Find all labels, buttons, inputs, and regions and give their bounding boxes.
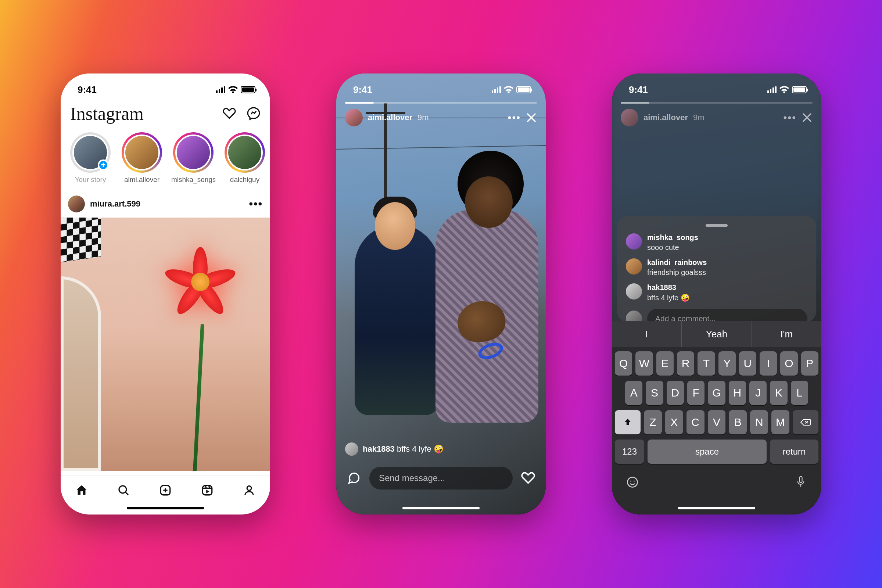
shift-key[interactable] [615,410,640,434]
comment-username[interactable]: kalindi_rainbows [647,258,707,267]
nav-profile-icon[interactable] [242,483,256,497]
key-g[interactable]: G [708,381,725,405]
key-i[interactable]: I [760,351,777,376]
story-more-icon[interactable]: ••• [508,112,521,123]
comments-sheet: mishka_songssooo cutekalindi_rainbowsfri… [617,216,816,322]
post-author-avatar[interactable] [68,195,85,212]
story-progress-bar [345,102,537,104]
status-time: 9:41 [629,84,648,96]
instagram-logo[interactable]: Instagram [70,103,144,124]
story-timestamp: 9m [693,113,705,122]
comment-avatar [626,258,642,274]
emoji-key-icon[interactable] [625,475,640,489]
backspace-key[interactable] [793,410,818,434]
nav-reels-icon[interactable] [200,483,214,497]
key-j[interactable]: J [749,381,766,405]
key-h[interactable]: H [729,381,746,405]
svg-line-7 [206,486,206,488]
story-item[interactable]: mishka_songs [171,132,216,184]
key-s[interactable]: S [646,381,663,405]
svg-line-1 [126,492,128,495]
nav-search-icon[interactable] [117,483,130,497]
key-x[interactable]: X [665,410,683,434]
numbers-key[interactable]: 123 [615,440,644,464]
comment-row[interactable]: hak1883bffs 4 lyfe 🤪 [626,284,807,302]
like-icon[interactable] [519,469,538,488]
story-author-avatar[interactable] [345,109,363,126]
key-e[interactable]: E [656,351,674,376]
comment-avatar [626,284,642,300]
key-n[interactable]: N [750,410,768,434]
key-t[interactable]: T [698,351,715,376]
add-story-icon[interactable]: + [98,159,109,171]
key-b[interactable]: B [729,410,747,434]
message-input[interactable]: Send message... [369,467,513,489]
status-time: 9:41 [78,84,97,96]
comment-username[interactable]: hak1883 [647,284,690,292]
svg-rect-19 [800,476,802,483]
story-author-username[interactable]: aimi.allover [368,113,412,122]
key-z[interactable]: Z [644,410,662,434]
post-image[interactable] [61,218,270,471]
activity-icon[interactable] [222,106,236,120]
stories-tray[interactable]: +Your storyaimi.allovermishka_songsdaich… [61,132,270,184]
post-more-icon[interactable]: ••• [249,198,263,210]
comment-text: friendship goalsss [647,268,707,277]
key-d[interactable]: D [667,381,684,405]
close-icon[interactable] [801,112,813,123]
wifi-icon [780,86,789,93]
post-header: miura.art.599 ••• [61,192,270,216]
return-key[interactable]: return [770,440,818,464]
story-label: mishka_songs [171,176,215,184]
story-author-avatar[interactable] [621,109,638,126]
comment-avatar [345,442,358,456]
battery-icon [792,86,807,93]
nav-create-icon[interactable] [158,483,172,497]
phone-comments-keyboard: 9:41 aimi.allover 9m ••• mishka_songssoo… [612,74,821,514]
key-l[interactable]: L [791,381,808,405]
key-r[interactable]: R [677,351,694,376]
key-q[interactable]: Q [615,351,632,376]
key-p[interactable]: P [801,351,818,376]
key-c[interactable]: C [687,410,705,434]
story-item[interactable]: +Your story [68,132,113,184]
prediction-item[interactable]: I'm [752,321,821,347]
key-o[interactable]: O [780,351,798,376]
key-m[interactable]: M [771,410,789,434]
wifi-icon [504,86,513,93]
comment-row[interactable]: mishka_songssooo cute [626,233,807,252]
prediction-item[interactable]: I [612,321,682,347]
keyboard: QWERTYUIOP ASDFGHJKL ZXCVBNM 123 space r… [612,347,821,514]
svg-point-18 [634,481,634,482]
dictation-key-icon[interactable] [794,475,808,489]
prediction-item[interactable]: Yeah [682,321,752,347]
status-icons [767,86,807,93]
story-author-username[interactable]: aimi.allover [644,113,688,122]
story-item[interactable]: daichiguy [222,132,267,184]
svg-line-8 [209,486,210,488]
key-u[interactable]: U [739,351,756,376]
messenger-icon[interactable] [247,106,261,120]
comment-row[interactable]: kalindi_rainbowsfriendship goalsss [626,258,807,277]
svg-point-16 [628,477,638,487]
key-f[interactable]: F [687,381,705,405]
story-item[interactable]: aimi.allover [119,132,164,184]
nav-home-icon[interactable] [75,483,88,497]
key-a[interactable]: A [625,381,642,405]
comment-username[interactable]: mishka_songs [647,233,698,242]
key-w[interactable]: W [635,351,652,376]
story-recent-comment[interactable]: hak1883 bffs 4 lyfe 🤪 [345,442,537,456]
sheet-grabber[interactable] [706,224,728,227]
status-bar: 9:41 [612,74,821,99]
svg-point-9 [247,486,251,490]
key-y[interactable]: Y [718,351,736,376]
space-key[interactable]: space [648,440,766,464]
story-more-icon[interactable]: ••• [783,112,796,123]
post-author-username[interactable]: miura.art.599 [90,199,140,209]
svg-point-0 [119,486,126,493]
comment-icon[interactable] [344,469,363,488]
key-k[interactable]: K [770,381,787,405]
close-icon[interactable] [526,112,537,123]
key-v[interactable]: V [708,410,726,434]
status-time: 9:41 [353,84,372,96]
